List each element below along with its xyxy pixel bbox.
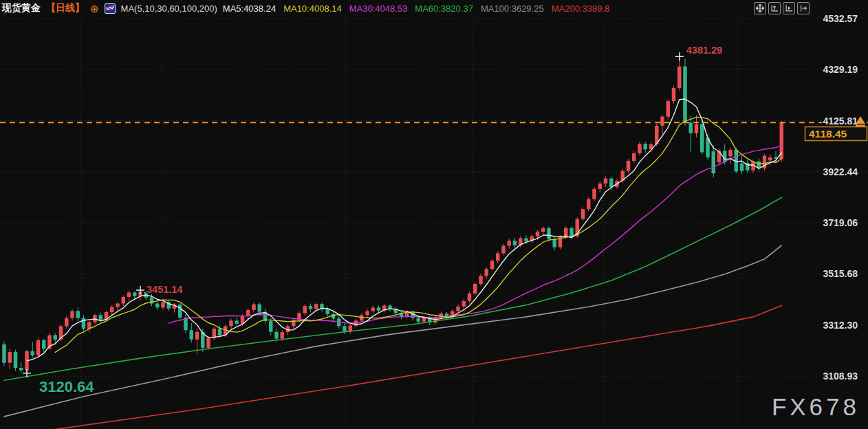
period-label[interactable]: 【日线】 bbox=[46, 2, 85, 14]
axis-zoom-up-icon[interactable] bbox=[768, 2, 781, 14]
ma-value-label: MA30:4048.53 bbox=[349, 3, 408, 14]
shift-right-icon[interactable] bbox=[797, 2, 810, 14]
fx678-watermark: FX678 bbox=[772, 393, 860, 421]
ma-value-label: MA5:4038.24 bbox=[223, 3, 276, 14]
ma-values: MA5:4038.24MA10:4008.14MA30:4048.53MA60:… bbox=[223, 3, 609, 14]
axis-tick-label: 4532.57 bbox=[823, 13, 858, 24]
axis-tick-label: 3108.93 bbox=[823, 371, 858, 382]
ma-value-label: MA200:3389.8 bbox=[552, 3, 610, 14]
move-icon[interactable] bbox=[754, 2, 766, 14]
ma-value-label: MA60:3820.37 bbox=[415, 3, 473, 14]
ma-value-label: MA100:3629.25 bbox=[481, 3, 544, 14]
axis-tick-label: 3719.06 bbox=[823, 217, 858, 228]
ma-params-label: MA(5,10,30,60,100,200) bbox=[121, 3, 217, 14]
price-chart[interactable]: 3120.643451.144381.294532.574329.194125.… bbox=[0, 0, 868, 429]
kline-chart-icon[interactable] bbox=[105, 3, 116, 14]
chart-toolbar bbox=[754, 2, 810, 14]
axis-play-icon[interactable] bbox=[783, 2, 795, 14]
circle-plus-icon[interactable]: ⊕ bbox=[90, 3, 99, 14]
axis-tick-label: 3312.30 bbox=[823, 320, 858, 331]
chart-header: 现货黄金 【日线】 ⊕ MA(5,10,30,60,100,200) MA5:4… bbox=[0, 0, 609, 16]
axis-tick-label: 3515.68 bbox=[823, 268, 858, 279]
axis-tick-label: 4329.19 bbox=[823, 64, 858, 75]
current-price-value: 4118.45 bbox=[809, 128, 847, 140]
price-annotation-4381.29: 4381.29 bbox=[686, 45, 722, 56]
price-annotation-3451.14: 3451.14 bbox=[147, 284, 182, 295]
axis-tick-label: 4125.81 bbox=[823, 116, 858, 126]
ma-value-label: MA10:4008.14 bbox=[283, 3, 342, 14]
symbol-title: 现货黄金 bbox=[2, 2, 41, 14]
price-annotation-3120.64: 3120.64 bbox=[39, 378, 94, 395]
axis-tick-label: 3922.44 bbox=[823, 166, 858, 177]
